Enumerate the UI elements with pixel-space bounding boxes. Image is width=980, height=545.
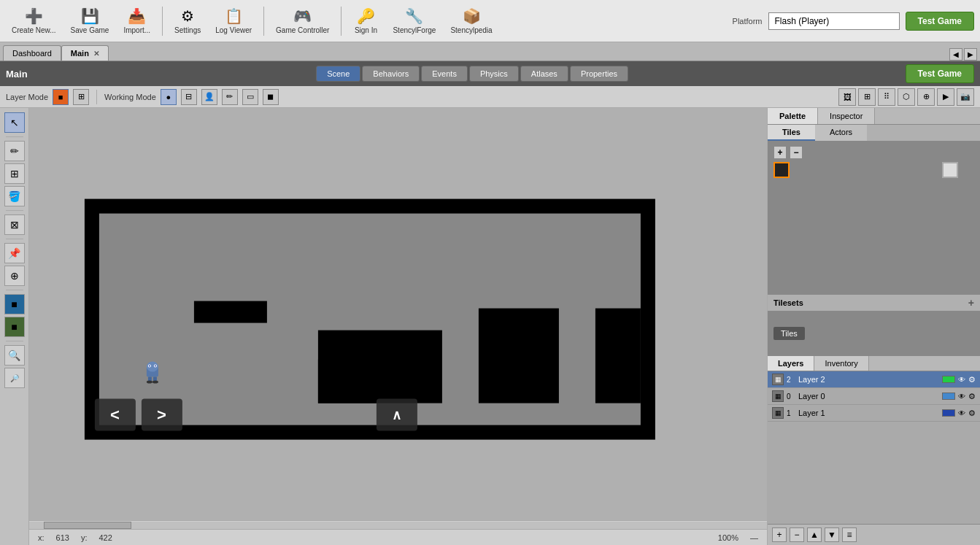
tab-properties[interactable]: Properties xyxy=(570,66,628,82)
zoom-out-btn[interactable]: — xyxy=(750,533,758,542)
layer-row-2[interactable]: ▦ 2 Layer 2 👁 ⚙ xyxy=(768,371,980,388)
tool-fill[interactable]: 🪣 xyxy=(4,186,25,206)
layer-mode-color-btn[interactable]: ■ xyxy=(53,89,69,105)
camera-btn[interactable]: 📷 xyxy=(957,88,974,106)
layer-mode-grid-btn[interactable]: ⊞ xyxy=(73,89,89,105)
working-mode-pencil-btn[interactable]: ✏ xyxy=(222,89,238,105)
panel-tab-palette[interactable]: Palette xyxy=(768,108,818,124)
tool-sep-5 xyxy=(6,341,23,341)
platform-dropdown[interactable]: Flash (Player) Flash (Web) HTML5 iOS And… xyxy=(768,12,900,30)
tool-stamp[interactable]: ⊠ xyxy=(4,214,25,235)
layers-settings-btn[interactable]: ≡ xyxy=(842,527,857,542)
tab-events[interactable]: Events xyxy=(421,66,468,82)
bottom-panel-tabs: Layers Inventory xyxy=(768,355,980,371)
tab-scene[interactable]: Scene xyxy=(316,66,360,82)
palette-zoom-in[interactable]: + xyxy=(773,146,787,159)
settings-button[interactable]: ⚙ Settings xyxy=(169,4,207,37)
game-scene: < > ∧ xyxy=(84,198,655,439)
tab-atlases[interactable]: Atlases xyxy=(520,66,568,82)
y-value: 422 xyxy=(99,533,112,542)
toolbar-test-game-button[interactable]: Test Game xyxy=(906,12,974,31)
tool-grid[interactable]: ⊞ xyxy=(4,163,25,184)
tilesets-add-btn[interactable]: + xyxy=(968,297,974,309)
layer-vis-2[interactable]: 👁 xyxy=(958,376,965,384)
scrollbar-thumb[interactable] xyxy=(44,522,131,529)
game-controller-label: Game Controller xyxy=(276,26,329,34)
layer-row-1[interactable]: ▦ 1 Layer 1 👁 ⚙ xyxy=(768,405,980,422)
working-mode-rect-btn[interactable]: ▭ xyxy=(242,89,258,105)
inner-tab-tiles[interactable]: Tiles xyxy=(768,125,815,141)
hex-grid-btn[interactable]: ⬡ xyxy=(898,88,915,106)
import-button[interactable]: 📥 Import... xyxy=(117,4,156,37)
tool-pencil[interactable]: ✏ xyxy=(4,141,25,161)
tab-nav-next[interactable]: ▶ xyxy=(964,48,977,61)
sign-in-label: Sign In xyxy=(355,26,377,34)
layers-add-btn[interactable]: + xyxy=(772,527,787,542)
working-mode-scene-btn[interactable]: ● xyxy=(161,89,177,105)
svg-point-4 xyxy=(148,365,150,366)
layer-settings-0[interactable]: ⚙ xyxy=(968,392,976,401)
working-mode-fill-btn[interactable]: ◼ xyxy=(263,89,279,105)
grid-view-btn[interactable]: ⊞ xyxy=(858,88,876,106)
create-new-label: Create New... xyxy=(12,26,56,34)
layers-remove-btn[interactable]: − xyxy=(790,527,804,542)
sign-in-button[interactable]: 🔑 Sign In xyxy=(347,4,384,37)
layer-settings-2[interactable]: ⚙ xyxy=(968,375,976,384)
tool-sep-2 xyxy=(6,210,23,211)
horizontal-scrollbar[interactable] xyxy=(29,520,767,529)
scene-view-btn[interactable]: 🖼 xyxy=(838,88,856,106)
working-mode-actor-btn[interactable]: 👤 xyxy=(201,89,217,105)
working-mode-tile-btn[interactable]: ⊟ xyxy=(181,89,197,105)
scene-header: Main Scene Behaviors Events Physics Atla… xyxy=(0,61,980,86)
panel-tab-inspector[interactable]: Inspector xyxy=(818,108,875,124)
tile-white[interactable] xyxy=(942,162,958,178)
layers-move-up-btn[interactable]: ▲ xyxy=(807,527,822,542)
nav-left-button[interactable]: < xyxy=(94,398,135,430)
save-game-button[interactable]: 💾 Save Game xyxy=(65,4,115,37)
log-viewer-icon: 📋 xyxy=(225,7,243,25)
layer-row-0[interactable]: ▦ 0 Layer 0 👁 ⚙ xyxy=(768,388,980,405)
tool-zoom-out[interactable]: 🔎 xyxy=(4,368,25,388)
nav-up-button[interactable]: ∧ xyxy=(376,398,417,430)
palette-zoom-out[interactable]: − xyxy=(790,146,803,159)
layer-vis-0[interactable]: 👁 xyxy=(958,393,965,401)
layer-vis-1[interactable]: 👁 xyxy=(958,409,965,417)
layer-name-2: Layer 2 xyxy=(798,375,939,384)
platform-step-1 xyxy=(317,359,376,403)
stencylpedia-label: Stencylpedia xyxy=(450,26,492,34)
tab-main-close[interactable]: ✕ xyxy=(93,50,99,58)
toolbar-separator-3 xyxy=(341,7,342,36)
tab-main[interactable]: Main ✕ xyxy=(61,45,109,61)
bottom-tab-layers[interactable]: Layers xyxy=(768,356,814,371)
tileset-tiles[interactable]: Tiles xyxy=(773,327,805,340)
palette-zoom: + − xyxy=(773,146,803,159)
tool-layer-color[interactable]: ■ xyxy=(4,294,25,314)
stencylpedia-button[interactable]: 📦 Stencylpedia xyxy=(444,4,498,37)
canvas-area[interactable]: < > ∧ xyxy=(29,108,767,520)
bottom-tab-inventory[interactable]: Inventory xyxy=(814,356,868,371)
stencylforge-button[interactable]: 🔧 StencylForge xyxy=(387,4,441,37)
snap-btn[interactable]: ⊕ xyxy=(917,88,935,106)
test-game-button[interactable]: Test Game xyxy=(906,64,974,83)
inner-tab-actors[interactable]: Actors xyxy=(815,125,867,141)
tab-physics[interactable]: Physics xyxy=(469,66,519,82)
game-controller-button[interactable]: 🎮 Game Controller xyxy=(270,4,335,37)
tool-transform[interactable]: ⊕ xyxy=(4,266,25,286)
tool-select[interactable]: ↖ xyxy=(4,112,25,133)
layers-move-down-btn[interactable]: ▼ xyxy=(825,527,839,542)
layer-settings-1[interactable]: ⚙ xyxy=(968,409,976,418)
tool-pin[interactable]: 📌 xyxy=(4,243,25,263)
tab-dashboard[interactable]: Dashboard xyxy=(3,45,61,61)
tool-texture[interactable]: ■ xyxy=(4,317,25,337)
tool-zoom-in[interactable]: 🔍 xyxy=(4,345,25,366)
tile-selected[interactable] xyxy=(773,162,790,178)
tab-nav-prev[interactable]: ◀ xyxy=(949,48,962,61)
dot-grid-btn[interactable]: ⠿ xyxy=(878,88,895,106)
create-new-button[interactable]: ➕ Create New... xyxy=(6,4,62,37)
play-btn[interactable]: ▶ xyxy=(937,88,954,106)
layer-color-0 xyxy=(942,393,955,400)
tab-behaviors[interactable]: Behaviors xyxy=(362,66,420,82)
log-viewer-button[interactable]: 📋 Log Viewer xyxy=(209,4,258,37)
nav-right-button[interactable]: > xyxy=(141,398,182,430)
toolbar-separator-1 xyxy=(162,7,163,36)
